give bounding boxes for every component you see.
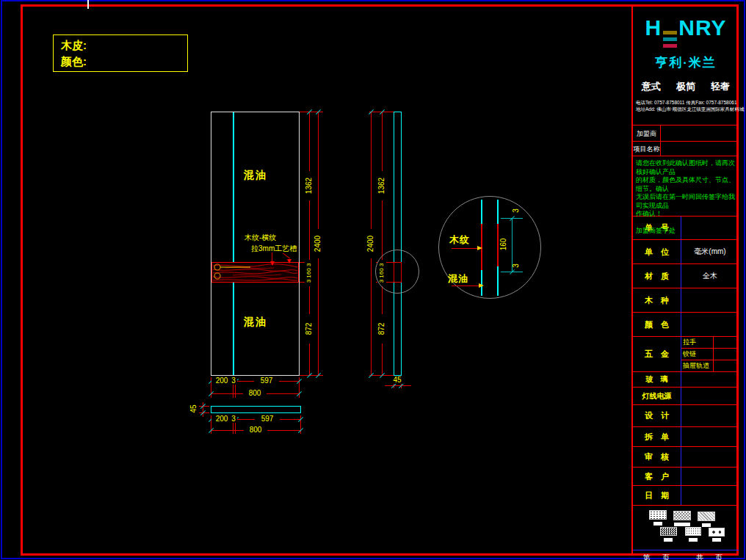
side-view-outline <box>394 112 402 376</box>
row-value <box>681 288 739 312</box>
row-order-split: 拆 单 <box>633 426 739 446</box>
row-label: 颜 色 <box>633 313 681 336</box>
row-unit: 单 位 毫米(mm) <box>633 239 739 263</box>
dim-200: 200 <box>211 377 232 385</box>
detail-paint-label: 混油 <box>448 272 468 286</box>
hardware-item-drawer-slide: 抽屉轨道 <box>681 360 714 371</box>
dim-3: 3 <box>230 377 237 385</box>
contact-phone-fax: 电话Tel: 0757-8758011 传真Fax: 0757-8758061 <box>636 99 739 106</box>
tagline-word: 极简 <box>676 80 695 93</box>
row-label: 审 核 <box>633 447 681 467</box>
top-reference-tick <box>87 0 89 9</box>
detail-grain-label: 木纹 <box>449 233 470 247</box>
hardware-value <box>714 337 739 348</box>
swatch-checker-dense <box>660 527 677 536</box>
brand-chinese-name: 亨利·米兰 <box>633 54 739 71</box>
ext-line <box>300 112 323 112</box>
row-value <box>681 313 739 336</box>
contact-address: 地址Add: 佛山市·顺德区龙江镇亚洲国际家具材料城 <box>636 106 739 112</box>
brand-section: HNRY 亨利·米兰 意式 极简 轻奢 电话Tel: 0757-8758011 … <box>633 16 739 125</box>
cad-drawing-sheet: 木皮: 颜色: 混油 混油 木纹-横纹 拉3mm工艺槽 1362 <box>0 0 746 560</box>
dim-45: 45 <box>385 376 410 384</box>
row-label: 日 期 <box>633 486 681 505</box>
row-value <box>681 388 739 404</box>
front-paint-label-top: 混油 <box>233 169 278 182</box>
swatch-label <box>674 523 690 526</box>
groove-line <box>233 112 234 375</box>
swatch-label <box>664 538 673 542</box>
dim-800: 800 <box>243 389 267 397</box>
dim-872: 872 <box>305 314 314 343</box>
leader-arrow <box>479 283 484 288</box>
row-value: 毫米(mm) <box>681 240 739 263</box>
row-label: 单 位 <box>633 240 681 263</box>
logo-letters-nry: NRY <box>678 15 726 40</box>
row-label: 玻 璃 <box>633 372 681 387</box>
contact-info: 电话Tel: 0757-8758011 传真Fax: 0757-8758061 … <box>633 99 739 112</box>
dim-3: 3 <box>230 415 237 423</box>
swatch-label <box>702 523 711 527</box>
dim-597: 597 <box>255 415 280 423</box>
plan-view-outline <box>211 406 301 413</box>
row-reviewer: 审 核 <box>633 446 739 467</box>
grain-note-line1: 木纹-横纹 <box>245 233 276 243</box>
dim-800: 800 <box>244 426 267 434</box>
row-wood-species: 木 种 <box>633 288 739 312</box>
page-label: 第 <box>643 553 651 560</box>
wood-grain-pattern <box>212 263 298 282</box>
dim-2400: 2400 <box>314 229 322 258</box>
handle-detail-circle <box>214 273 220 279</box>
row-label: 客 户 <box>633 468 681 485</box>
hardware-subgrid: 拉手 铰链 抽屉轨道 <box>681 337 739 371</box>
signature-area-label: 加盟商签字处 <box>636 227 736 236</box>
dim-597: 597 <box>254 377 279 385</box>
franchisee-value <box>661 126 739 141</box>
notice-line: 作确认！ <box>636 210 736 219</box>
row-glass: 玻 璃 <box>633 371 739 387</box>
hardware-item-hinge: 铰链 <box>681 349 714 360</box>
leader-arrow <box>477 246 482 250</box>
title-block: HNRY 亨利·米兰 意式 极简 轻奢 电话Tel: 0757-8758011 … <box>631 4 739 556</box>
dim-1362: 1362 <box>305 171 314 200</box>
notice-line: 的材质，颜色及具体尺寸、节点、细节。确认 <box>636 176 736 193</box>
detail-grain-edge <box>497 224 499 266</box>
detail-callout-circle <box>375 250 419 294</box>
row-label: 五 金 <box>633 337 681 371</box>
page-footer: 第 页 共 页 <box>633 550 739 560</box>
row-value <box>681 486 739 505</box>
swatch-dots-pair <box>709 528 725 537</box>
row-customer: 客 户 <box>633 467 739 485</box>
row-designer: 设 计 <box>633 404 739 426</box>
notice-line: 请您在收到此确认图纸时，请再次核好确认产品 <box>636 159 736 176</box>
total-label: 共 <box>696 553 703 560</box>
hardware-value <box>714 349 739 360</box>
tagline-word: 意式 <box>642 80 661 93</box>
row-value <box>681 405 739 426</box>
ext-line <box>300 375 323 376</box>
detail-dim-160: 160 <box>499 233 508 255</box>
row-label: 拆 单 <box>633 427 681 446</box>
swatch-weave <box>673 511 691 520</box>
hardware-item-handle: 拉手 <box>681 337 714 348</box>
front-paint-label-bottom: 混油 <box>233 316 278 329</box>
swatch-dots-dense <box>685 527 701 536</box>
row-date: 日 期 <box>633 485 739 505</box>
dim-45: 45 <box>190 401 198 416</box>
detail-dim-3-top: 3 <box>513 204 520 217</box>
grain-leader-arrow <box>270 261 275 266</box>
confirmation-notice: 请您在收到此确认图纸时，请再次核好确认产品 的材质，颜色及具体尺寸、节点、细节。… <box>633 156 739 216</box>
dim-3-160-3: 3 160 3 <box>305 260 314 286</box>
row-value <box>681 427 739 446</box>
row-label: 灯线电源 <box>633 388 681 404</box>
row-value <box>681 447 739 467</box>
brand-tagline: 意式 极简 轻奢 <box>633 80 739 93</box>
grain-leader-line <box>272 252 272 261</box>
veneer-label: 木皮: <box>61 37 180 54</box>
leader-line <box>452 248 481 249</box>
detail-dim-3-bottom: 3 <box>513 259 520 272</box>
dim-1362: 1362 <box>377 171 386 200</box>
dim-line <box>385 385 411 386</box>
row-label: 材 质 <box>633 264 681 288</box>
row-hardware: 五 金 拉手 铰链 抽屉轨道 <box>633 336 739 371</box>
henry-logo: HNRY <box>633 16 739 48</box>
